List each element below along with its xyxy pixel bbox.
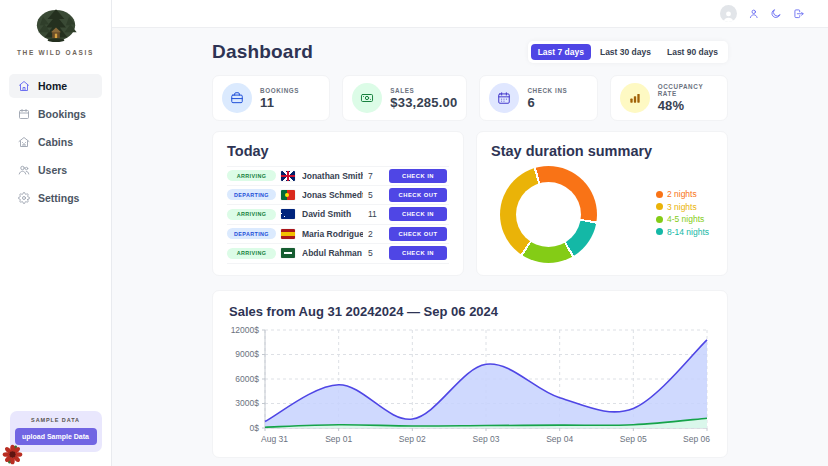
dark-mode-button[interactable]	[770, 8, 782, 20]
sidebar-item-label: Home	[38, 80, 67, 92]
home-icon	[18, 80, 30, 92]
stat-value: $33,285.00	[390, 95, 457, 110]
legend-label: 8-14 nights	[667, 227, 709, 237]
stat-value: 6	[527, 95, 567, 110]
dashboard-content: Dashboard Last 7 days Last 30 days Last …	[112, 28, 828, 466]
country-flag	[281, 248, 295, 258]
stat-occupancy: OCCUPANCY RATE 48%	[610, 75, 728, 121]
sales-chart-card: Sales from Aug 31 20242024 — Sep 06 2024…	[212, 290, 728, 458]
flower-sticker-icon	[2, 444, 23, 465]
avatar[interactable]	[720, 5, 737, 22]
svg-text:Sep 03: Sep 03	[473, 434, 500, 444]
default-user-icon	[722, 9, 735, 22]
guest-row: ARRIVING David Smith 11 CHECK IN	[227, 205, 449, 225]
stay-duration-title: Stay duration summary	[491, 143, 713, 159]
check-in-button[interactable]: CHECK IN	[389, 246, 447, 260]
svg-text:Sep 06: Sep 06	[683, 434, 710, 444]
legend-label: 2 nights	[667, 189, 697, 199]
legend-item: 8-14 nights	[656, 227, 709, 237]
user-icon	[748, 8, 760, 20]
legend-dot	[656, 228, 663, 235]
guest-name: Jonathan Smith	[302, 171, 363, 181]
sales-chart-title: Sales from Aug 31 20242024 — Sep 06 2024	[229, 304, 711, 319]
moon-icon	[770, 8, 782, 20]
svg-text:12000$: 12000$	[231, 325, 260, 335]
brand-name: THE WILD OASIS	[17, 49, 94, 56]
sidebar-item-label: Settings	[38, 192, 79, 204]
guest-nights: 5	[368, 248, 384, 258]
stay-duration-card: Stay duration summary 2 nights 3 nights …	[476, 131, 728, 276]
sidebar-nav: Home Bookings Cabins Users Settings	[0, 74, 111, 210]
guest-name: David Smith	[302, 209, 363, 219]
filter-last-90-days[interactable]: Last 90 days	[660, 44, 725, 60]
guest-nights: 2	[368, 229, 384, 239]
date-range-filter: Last 7 days Last 30 days Last 90 days	[528, 41, 728, 63]
stat-check-ins: CHECK INS 6	[479, 75, 597, 121]
sample-data-label: SAMPLE DATA	[15, 417, 97, 423]
stay-duration-donut-chart	[500, 166, 597, 263]
guest-row: ARRIVING Jonathan Smith 7 CHECK IN	[227, 166, 449, 186]
status-badge: ARRIVING	[227, 170, 276, 181]
sidebar-item-label: Bookings	[38, 108, 86, 120]
sample-data-card: SAMPLE DATA upload Sample Data	[10, 411, 102, 452]
guest-row: ARRIVING Abdul Rahman 5 CHECK IN	[227, 244, 449, 264]
svg-text:9000$: 9000$	[235, 349, 259, 359]
check-out-button[interactable]: CHECK OUT	[389, 188, 447, 202]
status-badge: DEPARTING	[227, 228, 276, 239]
svg-text:3000$: 3000$	[235, 398, 259, 408]
stat-label: CHECK INS	[527, 87, 567, 94]
legend-dot	[656, 203, 663, 210]
country-flag	[281, 171, 295, 181]
logout-icon	[793, 8, 805, 20]
sidebar-item-home[interactable]: Home	[9, 74, 102, 98]
sidebar-item-users[interactable]: Users	[9, 158, 102, 182]
banknotes-icon	[352, 83, 382, 113]
status-badge: ARRIVING	[227, 248, 276, 259]
page-title: Dashboard	[212, 41, 313, 63]
sidebar-item-bookings[interactable]: Bookings	[9, 102, 102, 126]
chart-bar-icon	[620, 83, 650, 113]
status-badge: ARRIVING	[227, 209, 276, 220]
legend-item: 4-5 nights	[656, 214, 709, 224]
stat-value: 48%	[658, 98, 718, 113]
stat-cards: BOOKINGS 11 SALES $33,285.00	[212, 75, 728, 121]
filter-last-7-days[interactable]: Last 7 days	[531, 44, 591, 60]
guest-name: Jonas Schmedtmann	[302, 190, 363, 200]
sidebar-item-cabins[interactable]: Cabins	[9, 130, 102, 154]
svg-text:Sep 02: Sep 02	[399, 434, 426, 444]
country-flag	[281, 229, 295, 239]
stat-label: OCCUPANCY RATE	[658, 83, 718, 97]
check-in-button[interactable]: CHECK IN	[389, 169, 447, 183]
today-activity-list: ARRIVING Jonathan Smith 7 CHECK IN DEPAR…	[227, 166, 449, 264]
user-account-button[interactable]	[748, 8, 760, 20]
wild-oasis-logo	[33, 6, 79, 46]
gear-icon	[18, 192, 30, 204]
stat-label: BOOKINGS	[260, 87, 299, 94]
check-in-button[interactable]: CHECK IN	[389, 207, 447, 221]
legend-label: 3 nights	[667, 202, 697, 212]
guest-row: DEPARTING Jonas Schmedtmann 5 CHECK OUT	[227, 186, 449, 206]
check-out-button[interactable]: CHECK OUT	[389, 227, 447, 241]
sidebar-item-settings[interactable]: Settings	[9, 186, 102, 210]
calendar-icon	[18, 108, 30, 120]
logout-button[interactable]	[793, 8, 805, 20]
guest-name: Maria Rodriguez	[302, 229, 363, 239]
svg-text:6000$: 6000$	[235, 373, 259, 383]
country-flag	[281, 190, 295, 200]
svg-text:Sep 04: Sep 04	[546, 434, 573, 444]
legend-dot	[656, 191, 663, 198]
stat-label: SALES	[390, 87, 457, 94]
filter-last-30-days[interactable]: Last 30 days	[593, 44, 658, 60]
svg-text:Sep 05: Sep 05	[620, 434, 647, 444]
calendar-icon	[489, 83, 519, 113]
stay-duration-legend: 2 nights 3 nights 4-5 nights 8-14 nights	[656, 189, 713, 263]
svg-text:Aug 31: Aug 31	[261, 434, 288, 444]
upload-sample-data-button[interactable]: upload Sample Data	[15, 428, 97, 445]
legend-label: 4-5 nights	[667, 214, 704, 224]
guest-nights: 5	[368, 190, 384, 200]
stat-sales: SALES $33,285.00	[342, 75, 467, 121]
guest-nights: 7	[368, 171, 384, 181]
top-header	[112, 0, 828, 28]
sidebar-item-label: Cabins	[38, 136, 73, 148]
sidebar-item-label: Users	[38, 164, 67, 176]
